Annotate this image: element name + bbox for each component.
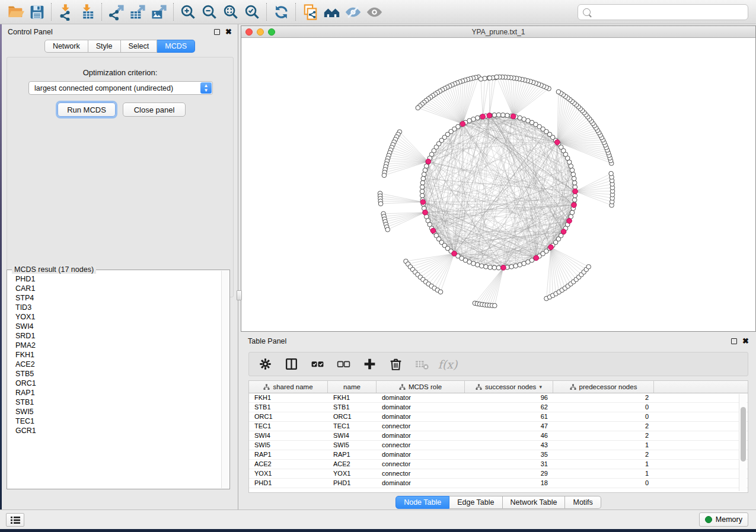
- mcds-result-item[interactable]: PHD1: [15, 274, 221, 284]
- table-row[interactable]: ACE2ACE2connector311: [249, 460, 748, 469]
- import-network-button[interactable]: [55, 2, 76, 22]
- tab-mcds[interactable]: MCDS: [157, 40, 195, 53]
- delete-table-icon: [414, 357, 429, 371]
- network-canvas[interactable]: [241, 38, 755, 331]
- mcds-result-item[interactable]: FKH1: [15, 350, 221, 360]
- cell-name: SWI5: [328, 441, 377, 450]
- mcds-result-item[interactable]: SRD1: [15, 331, 221, 341]
- float-table-panel-icon[interactable]: [731, 338, 737, 344]
- column-header-MCDS-role[interactable]: MCDS role: [377, 381, 465, 393]
- delete-row-button[interactable]: [387, 355, 404, 373]
- zoom-fit-button[interactable]: [220, 2, 241, 22]
- table-row[interactable]: ORC1ORC1dominator610: [249, 412, 748, 422]
- tab-style[interactable]: Style: [88, 40, 121, 53]
- table-row[interactable]: STB1STB1dominator620: [249, 403, 748, 412]
- shared-column-icon: [476, 384, 482, 390]
- control-panel-tabs: NetworkStyleSelectMCDS: [2, 40, 238, 53]
- search-input[interactable]: [594, 8, 743, 17]
- columns-button[interactable]: [282, 355, 300, 373]
- add-row-button[interactable]: [361, 355, 378, 373]
- show-all-icon: [366, 4, 383, 21]
- panel-splitter-handle[interactable]: [237, 290, 242, 300]
- table-row[interactable]: TEC1TEC1connector472: [249, 422, 748, 431]
- mcds-list-scrollbar[interactable]: [221, 271, 229, 488]
- zoom-in-button[interactable]: [177, 2, 199, 22]
- column-header-name[interactable]: name: [328, 381, 377, 393]
- column-header-predecessor-nodes[interactable]: predecessor nodes: [553, 381, 654, 393]
- run-mcds-button[interactable]: Run MCDS: [58, 102, 116, 117]
- deselect-all-button[interactable]: [334, 355, 352, 373]
- node-table-header[interactable]: shared namenameMCDS rolesuccessor nodes▾…: [249, 381, 748, 393]
- memory-button[interactable]: Memory: [699, 512, 748, 527]
- first-neighbors-button[interactable]: [321, 2, 342, 22]
- mcds-result-item[interactable]: GCR1: [15, 426, 221, 435]
- select-all-button[interactable]: [308, 355, 326, 373]
- column-header-shared-name[interactable]: shared name: [249, 381, 328, 393]
- gear-button[interactable]: [256, 355, 274, 373]
- table-scrollbar-thumb[interactable]: [741, 407, 746, 462]
- export-image-button[interactable]: [148, 2, 170, 22]
- fx-button[interactable]: f(x): [439, 355, 457, 373]
- mcds-result-item[interactable]: RAP1: [15, 388, 221, 398]
- tab-edge-table[interactable]: Edge Table: [449, 496, 502, 509]
- export-table-icon: [129, 4, 146, 21]
- column-label: predecessor nodes: [579, 383, 637, 390]
- criterion-dropdown[interactable]: largest connected component (undirected)…: [28, 81, 213, 95]
- close-table-panel-icon[interactable]: ✖: [742, 338, 749, 344]
- show-panels-list-button[interactable]: [6, 513, 24, 527]
- mcds-result-list[interactable]: PHD1CAR1STP4TID3YOX1SWI4SRD1PMA2FKH1ACE2…: [8, 271, 221, 488]
- mcds-result-item[interactable]: ACE2: [15, 360, 221, 369]
- mcds-result-item[interactable]: ORC1: [15, 379, 221, 388]
- save-button[interactable]: [26, 2, 47, 22]
- table-row[interactable]: SWI4SWI4dominator462: [249, 431, 748, 441]
- mcds-result-item[interactable]: PMA2: [15, 341, 221, 350]
- zoom-in-icon: [180, 4, 197, 21]
- export-table-button[interactable]: [127, 2, 148, 22]
- zoom-out-button[interactable]: [199, 2, 220, 22]
- column-header-successor-nodes[interactable]: successor nodes▾: [465, 381, 553, 393]
- table-row[interactable]: RAP1RAP1dominator352: [249, 450, 748, 460]
- mcds-result-item[interactable]: CAR1: [15, 284, 221, 293]
- tab-network[interactable]: Network: [44, 40, 88, 53]
- cell-successor-nodes: 18: [465, 479, 553, 488]
- table-row[interactable]: PHD1PHD1dominator180: [249, 479, 748, 488]
- mcds-result-item[interactable]: YOX1: [15, 312, 221, 322]
- toolbar-separator: [173, 3, 174, 21]
- tab-select[interactable]: Select: [121, 40, 158, 53]
- zoom-selected-button[interactable]: [241, 2, 263, 22]
- export-network-button[interactable]: [106, 2, 127, 22]
- mcds-result-item[interactable]: STB5: [15, 369, 221, 379]
- hide-selected-button[interactable]: [342, 2, 363, 22]
- float-panel-icon[interactable]: [214, 29, 220, 35]
- mcds-result-item[interactable]: TEC1: [15, 416, 221, 426]
- table-row[interactable]: SWI5SWI5connector431: [249, 441, 748, 450]
- table-row[interactable]: FKH1FKH1dominator962: [249, 393, 748, 403]
- mcds-result-item[interactable]: STB1: [15, 398, 221, 407]
- delete-row-icon: [388, 357, 403, 371]
- open-button[interactable]: [5, 2, 26, 22]
- mcds-result-item[interactable]: TID3: [15, 303, 221, 312]
- table-row[interactable]: YOX1YOX1connector291: [249, 469, 748, 479]
- mcds-result-item[interactable]: STP4: [15, 293, 221, 303]
- sort-menu-icon[interactable]: ▾: [539, 384, 542, 390]
- refresh-button[interactable]: [270, 2, 292, 22]
- import-table-button[interactable]: [76, 2, 98, 22]
- close-panel-icon[interactable]: ✖: [225, 29, 232, 35]
- tab-network-table[interactable]: Network Table: [503, 496, 566, 509]
- show-all-button[interactable]: [363, 2, 385, 22]
- cell-MCDS-role: connector: [377, 460, 465, 469]
- mcds-result-item[interactable]: SWI5: [15, 407, 221, 416]
- hide-selected-icon: [344, 4, 362, 21]
- memory-label: Memory: [716, 515, 742, 524]
- duplicate-network-button[interactable]: [299, 2, 321, 22]
- table-scrollbar[interactable]: [739, 394, 747, 491]
- network-window-titlebar[interactable]: YPA_prune.txt_1: [241, 26, 755, 38]
- cell-name: RAP1: [328, 450, 377, 459]
- close-panel-button[interactable]: Close panel: [123, 102, 186, 117]
- delete-table-button[interactable]: [413, 355, 430, 373]
- search-box[interactable]: [578, 4, 748, 20]
- network-graph[interactable]: [241, 38, 755, 331]
- tab-motifs[interactable]: Motifs: [565, 496, 601, 509]
- mcds-result-item[interactable]: SWI4: [15, 322, 221, 331]
- tab-node-table[interactable]: Node Table: [395, 496, 449, 509]
